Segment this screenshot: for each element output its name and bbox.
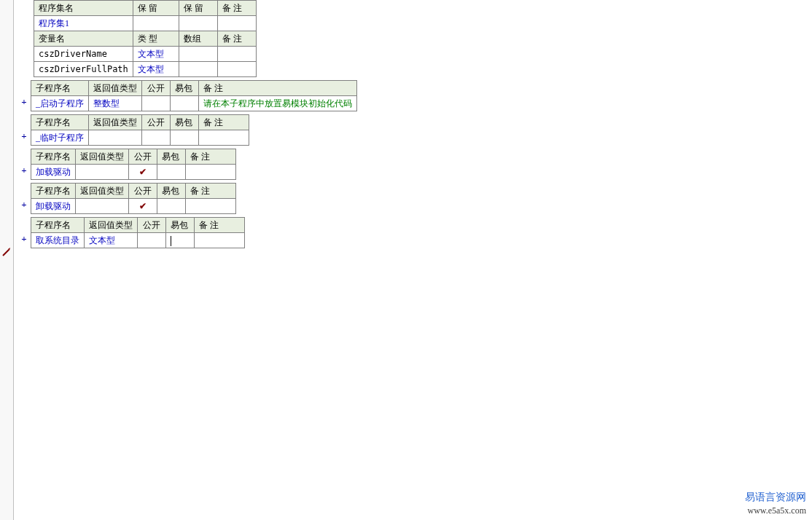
cell-reserve2[interactable]: [179, 16, 217, 31]
sub-pkg-2[interactable]: [157, 165, 186, 180]
col-remark: 备 注: [199, 115, 249, 130]
watermark-url: www.e5a5x.com: [745, 504, 806, 517]
sub-remark-1[interactable]: [199, 130, 249, 146]
sub-remark-4[interactable]: [195, 233, 245, 248]
table-row: 子程序名 返回值类型 公开 易包 备 注: [31, 184, 236, 199]
col-type: 类 型: [133, 31, 179, 47]
sub-public-4[interactable]: [138, 233, 166, 248]
table-row: 加载驱动 ✔: [31, 165, 236, 180]
program-set-name[interactable]: 程序集1: [34, 16, 133, 31]
sub-return-1[interactable]: [89, 130, 142, 146]
var-name-0[interactable]: cszDriverName: [34, 47, 133, 62]
table-row: _启动子程序 整数型 请在本子程序中放置易模块初始化代码: [31, 96, 357, 111]
col-public: 公开: [129, 184, 157, 199]
sub-table-1[interactable]: 子程序名 返回值类型 公开 易包 备 注 _临时子程序: [31, 114, 249, 146]
col-public: 公开: [142, 115, 171, 130]
svg-line-0: [3, 250, 9, 256]
col-sub-name: 子程序名: [31, 115, 89, 130]
var-array-0[interactable]: [179, 47, 217, 62]
expand-icon[interactable]: +: [19, 165, 29, 176]
code-area: 程序集名 保 留 保 留 备 注 程序集1 变量名 类 型 数组 备 注 csz…: [13, 0, 812, 520]
var-type-1[interactable]: 文本型: [133, 62, 179, 77]
col-remark: 备 注: [217, 1, 256, 16]
cell-remark[interactable]: [217, 16, 256, 31]
col-var-name: 变量名: [34, 31, 133, 47]
sub-pkg-4[interactable]: [166, 233, 195, 248]
program-set-table[interactable]: 程序集名 保 留 保 留 备 注 程序集1 变量名 类 型 数组 备 注 csz…: [34, 0, 257, 77]
sub-block-0: + 子程序名 返回值类型 公开 易包 备 注 _启动子程序 整数型 请在本子程序…: [31, 80, 812, 111]
sub-name-1[interactable]: _临时子程序: [31, 130, 89, 146]
sub-table-0[interactable]: 子程序名 返回值类型 公开 易包 备 注 _启动子程序 整数型 请在本子程序中放…: [31, 80, 357, 111]
table-row: 子程序名 返回值类型 公开 易包 备 注: [31, 149, 236, 165]
sub-return-2[interactable]: [76, 165, 129, 180]
sub-public-3[interactable]: ✔: [129, 199, 157, 214]
sub-pkg-1[interactable]: [171, 130, 199, 146]
sub-public-1[interactable]: [142, 130, 171, 146]
table-row: cszDriverFullPath 文本型: [34, 62, 257, 77]
col-pkg: 易包: [157, 149, 186, 165]
col-public: 公开: [142, 81, 171, 96]
sub-table-2[interactable]: 子程序名 返回值类型 公开 易包 备 注 加载驱动 ✔: [31, 149, 236, 180]
table-row: 取系统目录 文本型: [31, 233, 245, 248]
sub-name-0[interactable]: _启动子程序: [31, 96, 89, 111]
col-reserve2: 保 留: [179, 1, 217, 16]
sub-table-4[interactable]: 子程序名 返回值类型 公开 易包 备 注 取系统目录 文本型: [31, 217, 245, 248]
col-remark: 备 注: [186, 149, 236, 165]
col-return-type: 返回值类型: [89, 115, 142, 130]
watermark: 易语言资源网 www.e5a5x.com: [745, 491, 806, 517]
sub-block-4: + 子程序名 返回值类型 公开 易包 备 注 取系统目录 文本型: [31, 217, 812, 248]
var-remark-1[interactable]: [217, 62, 256, 77]
expand-icon[interactable]: +: [19, 199, 29, 210]
sub-pkg-0[interactable]: [171, 96, 199, 111]
col-pkg: 易包: [171, 81, 199, 96]
expand-icon[interactable]: +: [19, 96, 29, 108]
col-sub-name: 子程序名: [31, 184, 76, 199]
sub-public-0[interactable]: [142, 96, 171, 111]
table-row: 程序集名 保 留 保 留 备 注: [34, 1, 257, 16]
expand-icon[interactable]: +: [19, 233, 29, 245]
table-row: 子程序名 返回值类型 公开 易包 备 注: [31, 115, 249, 130]
sub-return-3[interactable]: [76, 199, 129, 214]
sub-name-4[interactable]: 取系统目录: [31, 233, 85, 248]
col-sub-name: 子程序名: [31, 149, 76, 165]
col-public: 公开: [129, 149, 157, 165]
table-row: 变量名 类 型 数组 备 注: [34, 31, 257, 47]
watermark-title: 易语言资源网: [745, 491, 806, 504]
col-remark: 备 注: [195, 218, 245, 233]
sub-remark-0[interactable]: 请在本子程序中放置易模块初始化代码: [199, 96, 357, 111]
var-name-1[interactable]: cszDriverFullPath: [34, 62, 133, 77]
table-row: 程序集1: [34, 16, 257, 31]
sub-remark-2[interactable]: [186, 165, 236, 180]
sub-return-0[interactable]: 整数型: [89, 96, 142, 111]
sub-block-2: + 子程序名 返回值类型 公开 易包 备 注 加载驱动 ✔: [31, 149, 812, 180]
col-sub-name: 子程序名: [31, 218, 85, 233]
cell-reserve1[interactable]: [133, 16, 179, 31]
sub-remark-3[interactable]: [186, 199, 236, 214]
sub-name-3[interactable]: 卸载驱动: [31, 199, 76, 214]
col-remark: 备 注: [186, 184, 236, 199]
sub-name-2[interactable]: 加载驱动: [31, 165, 76, 180]
pen-icon: [1, 248, 11, 257]
col-remark: 备 注: [199, 81, 357, 96]
table-row: 卸载驱动 ✔: [31, 199, 236, 214]
col-public: 公开: [138, 218, 166, 233]
col-pkg: 易包: [171, 115, 199, 130]
var-remark-0[interactable]: [217, 47, 256, 62]
col-array: 数组: [179, 31, 217, 47]
var-array-1[interactable]: [179, 62, 217, 77]
text-cursor-icon: [171, 236, 171, 246]
col-return-type: 返回值类型: [76, 149, 129, 165]
col-pkg: 易包: [166, 218, 195, 233]
sub-return-4[interactable]: 文本型: [85, 233, 138, 248]
expand-icon[interactable]: +: [19, 130, 29, 142]
sub-public-2[interactable]: ✔: [129, 165, 157, 180]
sub-table-3[interactable]: 子程序名 返回值类型 公开 易包 备 注 卸载驱动 ✔: [31, 183, 236, 214]
var-type-0[interactable]: 文本型: [133, 47, 179, 62]
left-gutter: [0, 0, 14, 520]
table-row: 子程序名 返回值类型 公开 易包 备 注: [31, 218, 245, 233]
sub-pkg-3[interactable]: [157, 199, 186, 214]
col-return-type: 返回值类型: [85, 218, 138, 233]
col-return-type: 返回值类型: [89, 81, 142, 96]
table-row: cszDriverName 文本型: [34, 47, 257, 62]
sub-block-3: + 子程序名 返回值类型 公开 易包 备 注 卸载驱动 ✔: [31, 183, 812, 214]
